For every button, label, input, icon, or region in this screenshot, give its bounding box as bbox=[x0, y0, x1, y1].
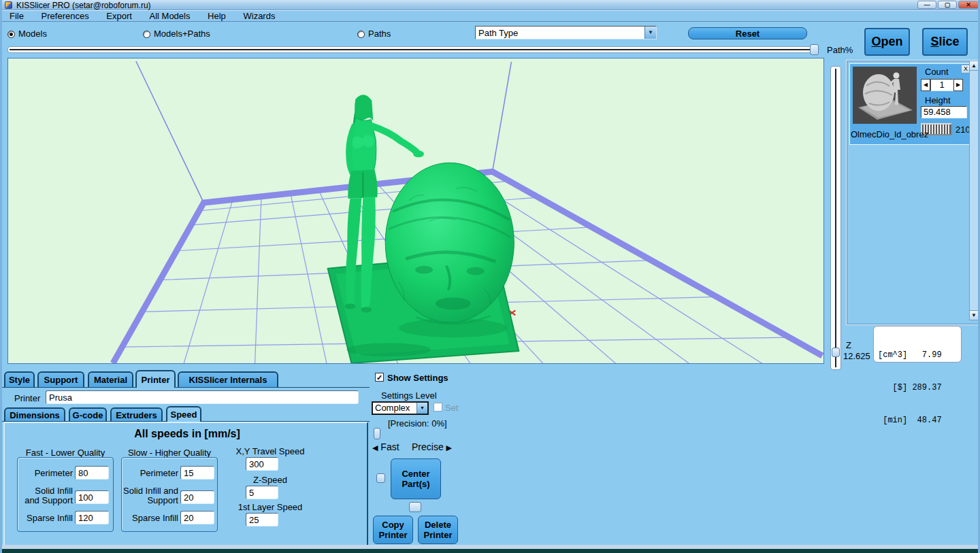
fast-perimeter-input[interactable] bbox=[75, 466, 109, 480]
left-triangle-icon: ◀ bbox=[372, 443, 378, 452]
slow-sparse-infill-label: Sparse Infill bbox=[122, 514, 178, 523]
copy-printer-button[interactable]: Copy Printer bbox=[373, 516, 413, 544]
z-speed-input[interactable] bbox=[246, 486, 278, 499]
show-settings-label: Show Settings bbox=[387, 373, 448, 383]
slow-perimeter-label: Perimeter bbox=[122, 469, 178, 478]
count-decrement[interactable]: ◀ bbox=[921, 79, 930, 91]
menu-preferences[interactable]: Preferences bbox=[34, 11, 97, 21]
part-z-mini-slider-thumb[interactable] bbox=[376, 473, 385, 483]
radio-models[interactable]: Models bbox=[7, 29, 47, 39]
travel-speed-label: X,Y Travel Speed bbox=[223, 446, 318, 456]
window-frame-edge bbox=[2, 549, 980, 553]
radio-models-dot[interactable] bbox=[7, 31, 15, 38]
model-thumbnail bbox=[853, 67, 917, 124]
z-axis-label: Z bbox=[846, 340, 851, 350]
tab-speed[interactable]: Speed bbox=[166, 406, 201, 422]
tab-dimensions[interactable]: Dimensions bbox=[4, 407, 65, 421]
menu-file[interactable]: File bbox=[2, 11, 31, 21]
height-input[interactable]: 59.458 bbox=[921, 106, 967, 118]
precision-label: [Precision: 0%] bbox=[388, 418, 447, 429]
printer-name-input[interactable] bbox=[46, 390, 359, 404]
show-settings-checkbox[interactable]: ✓ bbox=[375, 373, 384, 382]
z-slider[interactable] bbox=[830, 66, 841, 370]
maximize-button[interactable]: ▢ bbox=[938, 1, 957, 9]
tab-kisslicer-internals[interactable]: KISSlicer Internals bbox=[178, 371, 278, 387]
3d-viewport[interactable] bbox=[7, 58, 824, 364]
z-slider-thumb[interactable] bbox=[832, 348, 840, 357]
radio-models-paths-dot[interactable] bbox=[143, 31, 150, 38]
set-checkbox[interactable] bbox=[434, 403, 442, 412]
tab-baseline bbox=[2, 387, 370, 388]
scrollbar-track[interactable] bbox=[969, 71, 979, 310]
speed-panel-title: All speeds in [mm/s] bbox=[5, 428, 370, 440]
set-label: Set bbox=[445, 403, 459, 413]
close-button[interactable]: ✕ bbox=[958, 1, 979, 9]
width-value: 210 bbox=[956, 124, 970, 135]
part-rotate-mini-slider-thumb[interactable] bbox=[409, 502, 421, 512]
path-percent-slider-thumb[interactable] bbox=[810, 44, 819, 55]
stat-cost: [$] 289.37 bbox=[878, 382, 957, 393]
radio-paths-dot[interactable] bbox=[357, 31, 365, 38]
tab-printer[interactable]: Printer bbox=[135, 370, 176, 388]
fast-end-label: ◀ Fast bbox=[372, 441, 399, 452]
tab-support[interactable]: Support bbox=[37, 371, 84, 387]
slow-sparse-infill-input[interactable] bbox=[180, 511, 214, 524]
chevron-down-icon[interactable]: ▼ bbox=[416, 403, 427, 414]
model-name: OlmecDio_ld_obrez bbox=[851, 129, 928, 139]
stat-volume: [cm^3] 7.99 bbox=[878, 350, 957, 361]
slow-perimeter-input[interactable] bbox=[180, 466, 214, 480]
settings-level-label: Settings Level bbox=[381, 390, 437, 401]
tab-extruders[interactable]: Extruders bbox=[110, 407, 163, 421]
menu-all-models[interactable]: All Models bbox=[142, 11, 198, 21]
count-input[interactable]: 1 bbox=[930, 79, 953, 91]
menu-wizards[interactable]: Wizards bbox=[235, 11, 282, 21]
right-triangle-icon: ▶ bbox=[446, 443, 452, 452]
first-layer-speed-input[interactable] bbox=[246, 513, 278, 526]
menu-export[interactable]: Export bbox=[99, 11, 140, 21]
reset-button[interactable]: Reset bbox=[688, 27, 807, 39]
settings-level-dropdown[interactable]: Complex ▼ bbox=[372, 401, 429, 415]
path-percent-slider[interactable] bbox=[7, 46, 818, 53]
fast-sparse-infill-label: Sparse Infill bbox=[18, 514, 73, 523]
fast-perimeter-label: Perimeter bbox=[18, 469, 73, 478]
scroll-up-icon[interactable]: ▲ bbox=[969, 61, 979, 71]
radio-models-paths[interactable]: Models+Paths bbox=[143, 29, 210, 39]
count-increment[interactable]: ▶ bbox=[953, 79, 963, 91]
window-title: KISSlicer PRO (setar@roboforum.ru) bbox=[16, 1, 151, 10]
height-label: Height bbox=[925, 95, 951, 105]
fast-solid-infill-input[interactable] bbox=[75, 490, 109, 504]
settings-level-value: Complex bbox=[373, 403, 416, 414]
delete-printer-button[interactable]: Delete Printer bbox=[418, 516, 458, 544]
tab-material[interactable]: Material bbox=[88, 371, 133, 387]
slow-solid-infill-input[interactable] bbox=[180, 490, 214, 504]
center-parts-button[interactable]: Center Part(s) bbox=[391, 458, 441, 499]
stat-time: [min] 48.47 bbox=[878, 415, 957, 426]
precise-end-label: Precise ▶ bbox=[412, 441, 452, 452]
minimize-button[interactable]: — bbox=[917, 1, 936, 9]
menu-help[interactable]: Help bbox=[200, 11, 233, 21]
open-button[interactable]: Open bbox=[864, 28, 910, 56]
radio-paths[interactable]: Paths bbox=[357, 29, 391, 39]
chevron-down-icon[interactable]: ▼ bbox=[644, 27, 656, 39]
tab-style[interactable]: Style bbox=[4, 371, 35, 387]
slow-group-title: Slow - Higher Quality bbox=[121, 448, 218, 458]
print-stats: [cm^3] 7.99 [$] 289.37 [min] 48.47 bbox=[873, 326, 962, 363]
count-label: Count bbox=[925, 67, 949, 77]
slow-solid-infill-label: Solid Infill and Support bbox=[122, 486, 178, 505]
model-list-panel: Count ◀ 1 ▶ Height 59.458 210 X OlmecDio… bbox=[846, 60, 979, 325]
fast-group-title: Fast - Lower Quality bbox=[17, 448, 114, 458]
fast-solid-infill-label: Solid Infill and Support bbox=[18, 486, 73, 505]
printer-label: Printer bbox=[14, 393, 40, 403]
z-speed-label: Z-Speed bbox=[223, 475, 318, 485]
path-type-dropdown[interactable]: Path Type ▼ bbox=[475, 26, 657, 39]
speed-panel: All speeds in [mm/s] Fast - Lower Qualit… bbox=[3, 422, 368, 549]
fast-sparse-infill-input[interactable] bbox=[75, 511, 109, 524]
travel-speed-input[interactable] bbox=[246, 457, 278, 471]
title-bar[interactable]: KISSlicer PRO (setar@roboforum.ru) — ▢ ✕ bbox=[2, 0, 980, 10]
tab-gcode[interactable]: G-code bbox=[69, 407, 107, 421]
first-layer-speed-label: 1st Layer Speed bbox=[223, 502, 318, 512]
app-icon bbox=[5, 1, 12, 9]
scroll-down-icon[interactable]: ▼ bbox=[969, 310, 979, 320]
slice-button[interactable]: Slice bbox=[922, 28, 968, 56]
precision-slider-thumb[interactable] bbox=[374, 428, 380, 439]
